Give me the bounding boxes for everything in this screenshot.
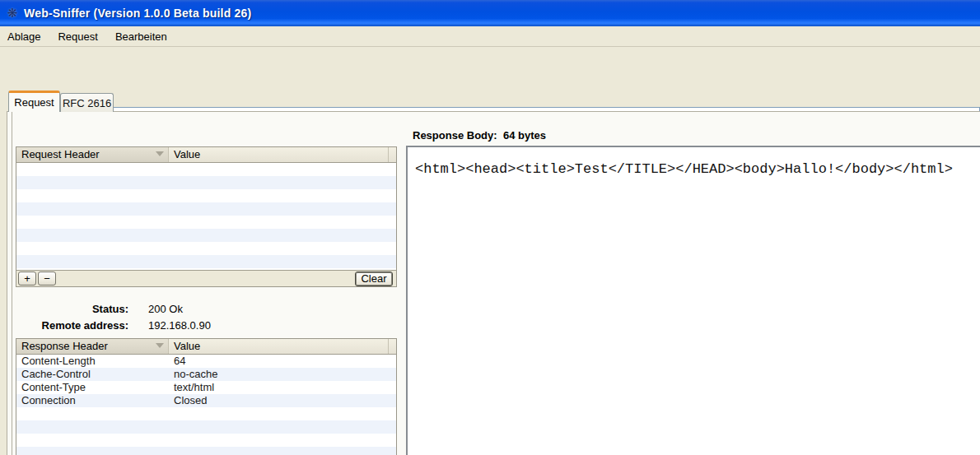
remove-header-button[interactable]: − — [38, 272, 56, 286]
response-table-header-corner — [388, 339, 396, 354]
table-row[interactable]: Content-Length 64 — [16, 355, 396, 368]
menubar: Ablage Request Bearbeiten — [0, 26, 980, 47]
header-value-cell: no-cache — [169, 368, 396, 381]
request-value-column[interactable]: Value — [169, 147, 388, 162]
table-row[interactable]: Content-Type text/html — [16, 381, 396, 394]
header-name-cell: Content-Length — [16, 355, 169, 368]
app-icon: ❋ — [5, 6, 20, 21]
request-header-table: Request Header Value + − Clear — [16, 146, 397, 287]
header-name-cell: Connection — [16, 394, 169, 407]
response-value-column-label: Value — [174, 340, 200, 352]
remote-address-label: Remote address: — [7, 319, 128, 332]
add-header-button[interactable]: + — [18, 272, 36, 286]
status-value: 200 Ok — [148, 303, 183, 315]
response-header-column[interactable]: Response Header — [16, 339, 169, 354]
response-value-column[interactable]: Value — [169, 339, 388, 354]
left-subpanel-border — [12, 112, 12, 455]
response-table-body-empty[interactable] — [16, 407, 396, 455]
clear-button[interactable]: Clear — [355, 272, 393, 286]
request-value-column-label: Value — [174, 148, 200, 160]
menu-request[interactable]: Request — [52, 28, 103, 45]
header-name-cell: Content-Type — [16, 381, 169, 394]
web-sniffer-window: ❋ Web-Sniffer (Version 1.0.0 Beta build … — [0, 0, 980, 455]
status-row: Status: 200 Ok — [7, 303, 394, 316]
request-table-button-bar: + − Clear — [16, 270, 396, 286]
request-table-header-row: Request Header Value — [16, 147, 396, 163]
menu-bearbeiten[interactable]: Bearbeiten — [110, 28, 173, 45]
response-body-label: Response Body: — [413, 129, 497, 142]
header-value-cell: text/html — [169, 381, 396, 394]
remote-address-value: 192.168.0.90 — [148, 319, 211, 332]
response-header-column-label: Response Header — [21, 340, 108, 352]
request-table-body-empty[interactable] — [16, 163, 396, 270]
response-header-table: Response Header Value Content-Length 64 … — [16, 338, 397, 455]
request-table-header-corner — [388, 147, 396, 162]
tab-request[interactable]: Request — [8, 91, 60, 112]
header-name-cell: Cache-Control — [16, 368, 169, 381]
titlebar[interactable]: ❋ Web-Sniffer (Version 1.0.0 Beta build … — [0, 0, 980, 26]
response-body-panel[interactable]: <html><head><title>Test</TITLE></HEAD><b… — [406, 146, 980, 455]
response-table-header-row: Response Header Value — [16, 339, 396, 355]
table-row[interactable]: Connection Closed — [16, 394, 396, 407]
table-row[interactable]: Cache-Control no-cache — [16, 368, 396, 381]
response-body-size: 64 bytes — [503, 129, 546, 142]
tab-rfc-2616[interactable]: RFC 2616 — [60, 93, 114, 112]
menu-ablage[interactable]: Ablage — [2, 28, 46, 45]
header-value-cell: 64 — [169, 355, 396, 368]
response-body-content: <html><head><title>Test</TITLE></HEAD><b… — [408, 147, 980, 182]
remote-address-row: Remote address: 192.168.0.90 — [7, 319, 394, 332]
request-header-column-label: Request Header — [21, 148, 100, 160]
toolbar: GET — [0, 48, 980, 91]
sort-arrow-icon — [156, 343, 164, 348]
status-label: Status: — [7, 303, 128, 315]
window-title: Web-Sniffer (Version 1.0.0 Beta build 26… — [24, 7, 251, 20]
header-value-cell: Closed — [169, 394, 396, 407]
request-header-column[interactable]: Request Header — [16, 147, 169, 162]
sort-arrow-icon — [156, 151, 164, 156]
tab-panel-request: Request Header Value + − Clear Status: 2… — [7, 111, 980, 455]
